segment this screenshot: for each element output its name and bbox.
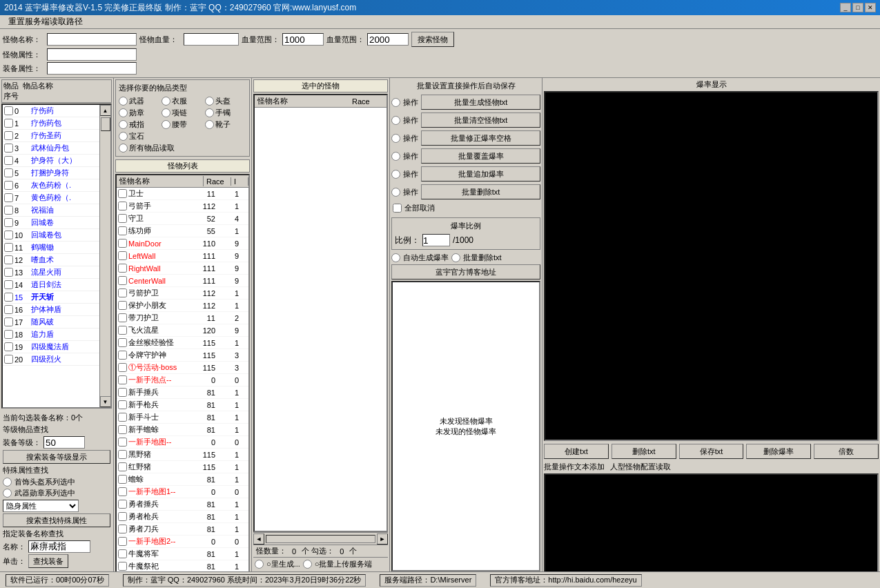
batch-radio-5[interactable] — [391, 188, 400, 197]
monster-row[interactable]: 新手斗士811 — [117, 411, 248, 424]
monster-row[interactable]: 带刀护卫112 — [117, 312, 248, 324]
list-item[interactable]: 11鹤嘴锄 — [3, 242, 99, 254]
list-item[interactable]: 0疗伤药 — [3, 105, 99, 117]
search-special-btn[interactable]: 搜索查找特殊属性 — [3, 513, 110, 527]
selected-nav-scroll[interactable] — [266, 535, 375, 543]
type-all[interactable]: 所有物品读取 — [119, 143, 246, 153]
list-item[interactable]: 13流星火雨 — [3, 266, 99, 279]
monster-row[interactable]: 弓箭护卫1121 — [117, 287, 248, 300]
type-medal[interactable]: 勋章 — [119, 108, 160, 118]
item-list-scrollbar[interactable]: ▲ ▼ — [99, 105, 110, 407]
monster-row[interactable]: ①号活动·boss1153 — [117, 362, 248, 374]
list-item[interactable]: 17随风破 — [3, 316, 99, 329]
auto-del-radio[interactable] — [451, 253, 460, 262]
list-item[interactable]: 7黄色药粉（. — [3, 192, 99, 204]
minimize-button[interactable]: _ — [840, 3, 851, 12]
batch-del-txt-btn[interactable]: 批量删除txt — [421, 184, 540, 199]
monster-row[interactable]: 练功师551 — [117, 225, 248, 237]
batch-add-drop-btn[interactable]: 批量追加爆率 — [421, 166, 540, 182]
monster-hp-input[interactable] — [184, 33, 239, 46]
monster-row[interactable]: RightWall1119 — [117, 262, 248, 275]
type-bracelet[interactable]: 手镯 — [205, 108, 246, 118]
selected-nav-left[interactable]: ◄ — [253, 533, 264, 545]
search-monster-button[interactable]: 搜索怪物 — [411, 32, 454, 47]
monster-row[interactable]: 勇者刀兵811 — [117, 523, 248, 536]
monster-row[interactable]: 飞火流星1209 — [117, 324, 248, 337]
create-txt-btn[interactable]: 创建txt — [544, 444, 609, 459]
find-equip-btn[interactable]: 查找装备 — [28, 554, 68, 568]
monster-row[interactable]: 卫士111 — [117, 188, 248, 200]
monster-row[interactable]: 勇者捶兵811 — [117, 498, 248, 511]
grade-input[interactable] — [43, 436, 85, 449]
type-clothing[interactable]: 衣服 — [162, 96, 203, 106]
search-grade-btn[interactable]: 搜索装备等级显示 — [3, 450, 110, 464]
list-item[interactable]: 18追力盾 — [3, 329, 99, 341]
list-item[interactable]: 19四级魔法盾 — [3, 341, 99, 353]
multiply-btn[interactable]: 倍数 — [814, 444, 879, 459]
monster-row[interactable]: 蟾蜍811 — [117, 473, 248, 486]
batch-radio-4[interactable] — [391, 170, 400, 179]
batch-cover-drop-btn[interactable]: 批量覆盖爆率 — [421, 148, 540, 164]
save-txt-btn[interactable]: 保存txt — [679, 444, 744, 459]
monster-row[interactable]: 新手蟾蜍811 — [117, 424, 248, 436]
monster-row[interactable]: 一新手地图2--00 — [117, 536, 248, 548]
type-ring[interactable]: 戒指 — [119, 119, 160, 130]
monster-row[interactable]: 一新手地图--00 — [117, 436, 248, 449]
monster-row[interactable]: 新手枪兵811 — [117, 399, 248, 411]
monster-row[interactable]: LeftWall1119 — [117, 250, 248, 262]
batch-gen-monster-btn[interactable]: 批量生成怪物txt — [421, 95, 540, 110]
radio-weapon[interactable]: 武器勋章系列选中 — [3, 488, 110, 498]
monster-attr-input[interactable] — [47, 48, 137, 61]
scroll-thumb[interactable] — [101, 117, 110, 131]
selected-nav-right[interactable]: ► — [377, 533, 388, 545]
list-item[interactable]: 16护体神盾 — [3, 304, 99, 316]
cancel-all-checkbox[interactable] — [393, 204, 402, 213]
list-item[interactable]: 15开天斩 — [3, 291, 99, 304]
monster-row[interactable]: 弓箭手1121 — [117, 200, 248, 213]
list-item[interactable]: 14逍日剑法 — [3, 279, 99, 291]
monster-row[interactable]: 令牌守护神1153 — [117, 349, 248, 362]
scroll-up-btn[interactable]: ▲ — [100, 105, 111, 116]
menu-reset-path[interactable]: 重置服务端读取路径 — [3, 15, 88, 28]
radio-jewelry[interactable]: 首饰头盔系列选中 — [3, 477, 110, 487]
hp-range-input2[interactable] — [367, 33, 409, 46]
batch-radio-3[interactable] — [391, 152, 400, 161]
list-item[interactable]: 4护身符（大） — [3, 155, 99, 167]
delete-drop-btn[interactable]: 删除爆率 — [746, 444, 811, 459]
hidden-attr-dropdown[interactable]: 隐身属性 — [3, 500, 79, 512]
monster-row[interactable]: 新手捶兵811 — [117, 386, 248, 399]
list-item[interactable]: 6灰色药粉（. — [3, 179, 99, 192]
type-weapon[interactable]: 武器 — [119, 96, 160, 106]
monster-name-input[interactable] — [47, 33, 137, 46]
list-item[interactable]: 10回城卷包 — [3, 229, 99, 242]
monster-row[interactable]: 牛魔将军811 — [117, 548, 248, 560]
monster-row[interactable]: 守卫524 — [117, 213, 248, 225]
type-helmet[interactable]: 头盔 — [205, 96, 246, 106]
maximize-button[interactable]: □ — [852, 3, 863, 12]
list-item[interactable]: 1疗伤药包 — [3, 117, 99, 130]
close-button[interactable]: ✕ — [865, 3, 876, 12]
monster-row[interactable]: 保护小朋友1121 — [117, 300, 248, 312]
monster-row[interactable]: 一新手泡点--00 — [117, 374, 248, 386]
blog-button[interactable]: 蓝宇官方博客地址 — [391, 264, 540, 280]
delete-txt-btn[interactable]: 删除txt — [612, 444, 676, 459]
batch-radio-0[interactable] — [391, 98, 400, 107]
type-necklace[interactable]: 项链 — [162, 108, 203, 118]
batch-clear-monster-btn[interactable]: 批量清空怪物txt — [421, 112, 540, 128]
monster-row[interactable]: 黑野猪1151 — [117, 449, 248, 461]
list-item[interactable]: 2疗伤圣药 — [3, 130, 99, 142]
type-gem[interactable]: 宝石 — [119, 131, 160, 141]
batch-radio-2[interactable] — [391, 134, 400, 143]
monster-row[interactable]: MainDoor1109 — [117, 237, 248, 250]
type-belt[interactable]: 腰带 — [162, 119, 203, 130]
list-item[interactable]: 9回城卷 — [3, 217, 99, 229]
hp-range-input1[interactable] — [282, 33, 324, 46]
list-item[interactable]: 20四级烈火 — [3, 353, 99, 366]
list-item[interactable]: 8祝福油 — [3, 204, 99, 217]
type-boots[interactable]: 靴子 — [205, 119, 246, 130]
monster-row[interactable]: 勇者枪兵811 — [117, 511, 248, 523]
list-item[interactable]: 12嗜血术 — [3, 254, 99, 266]
auto-gen-radio[interactable] — [391, 253, 400, 262]
monster-row[interactable]: 红野猪1151 — [117, 461, 248, 473]
list-item[interactable]: 5打捆护身符 — [3, 167, 99, 179]
